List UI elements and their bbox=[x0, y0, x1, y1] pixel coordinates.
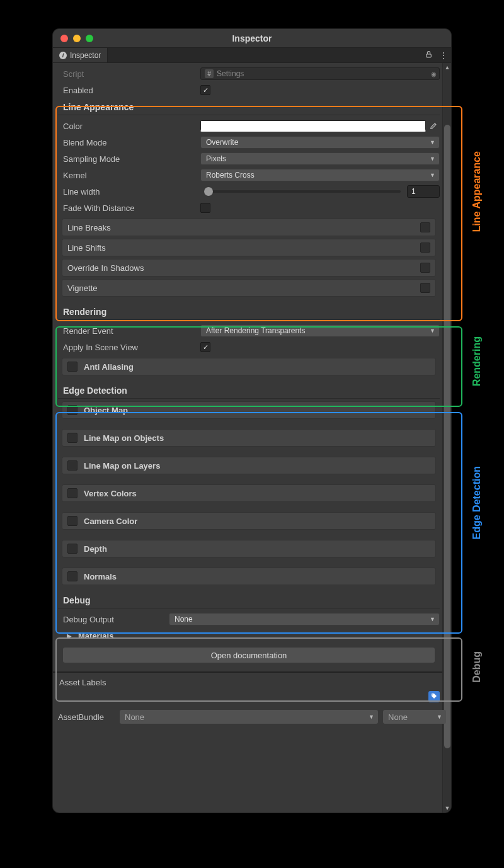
script-asset-icon: # bbox=[205, 69, 214, 78]
line-width-slider[interactable] bbox=[204, 190, 401, 193]
color-field[interactable] bbox=[200, 120, 426, 132]
script-label: Script bbox=[58, 69, 197, 79]
color-label: Color bbox=[58, 122, 197, 131]
blend-mode-label: Blend Mode bbox=[58, 138, 197, 147]
open-documentation-button[interactable]: Open documentation bbox=[63, 648, 435, 663]
foldout-normals[interactable]: Normals bbox=[62, 568, 436, 585]
kernel-row: Kernel Roberts Cross ▼ bbox=[58, 167, 440, 183]
normals-checkbox[interactable] bbox=[67, 571, 77, 581]
vertex-colors-checkbox[interactable] bbox=[67, 488, 77, 498]
asset-label-tag-row bbox=[53, 691, 451, 707]
apply-scene-checkbox[interactable]: ✓ bbox=[200, 342, 210, 352]
fade-row: Fade With Distance bbox=[58, 200, 440, 216]
lock-icon[interactable] bbox=[425, 50, 433, 60]
info-icon: i bbox=[59, 52, 67, 59]
camera-color-checkbox[interactable] bbox=[67, 516, 77, 526]
eyedropper-icon[interactable] bbox=[428, 121, 440, 132]
foldout-arrow-icon: ▶ bbox=[67, 632, 72, 639]
line-map-objects-checkbox[interactable] bbox=[67, 433, 77, 443]
line-width-row: Line width 1 bbox=[58, 183, 440, 200]
foldout-depth[interactable]: Depth bbox=[62, 540, 436, 557]
chevron-down-icon: ▼ bbox=[369, 714, 374, 720]
vignette-checkbox[interactable] bbox=[420, 283, 430, 293]
section-debug: Debug bbox=[58, 591, 440, 608]
highlight-label-edge-detection: Edge Detection bbox=[471, 466, 483, 539]
asset-label-tag-icon[interactable] bbox=[428, 691, 440, 702]
window-title: Inspector bbox=[53, 33, 451, 43]
anti-aliasing-checkbox[interactable] bbox=[67, 362, 77, 372]
svg-rect-0 bbox=[427, 54, 432, 57]
sampling-mode-row: Sampling Mode Pixels ▼ bbox=[58, 151, 440, 167]
render-event-label: Render Event bbox=[58, 326, 197, 336]
foldout-object-map[interactable]: Object Map bbox=[62, 401, 436, 419]
object-picker-icon[interactable]: ◉ bbox=[431, 71, 437, 77]
line-map-layers-checkbox[interactable] bbox=[67, 460, 77, 471]
script-row: Script # Settings ◉ bbox=[58, 66, 440, 82]
line-width-input[interactable]: 1 bbox=[407, 185, 440, 198]
tab-bar: i Inspector ⋮ bbox=[53, 48, 451, 63]
asset-bundle-row: AssetBundle None ▼ None ▼ bbox=[53, 707, 451, 730]
tab-label: Inspector bbox=[70, 51, 101, 60]
inspector-window: Inspector i Inspector ⋮ ▲ ▼ Script bbox=[53, 29, 451, 813]
render-event-dropdown[interactable]: After Rendering Transparents ▼ bbox=[200, 324, 440, 337]
enabled-row: Enabled ✓ bbox=[58, 82, 440, 98]
chevron-down-icon: ▼ bbox=[430, 328, 435, 334]
scrollbar[interactable]: ▲ ▼ bbox=[442, 63, 451, 813]
enabled-label: Enabled bbox=[58, 86, 197, 95]
asset-labels-header: Asset Labels bbox=[53, 673, 451, 691]
apply-scene-label: Apply In Scene View bbox=[58, 343, 197, 352]
inspector-content: ▲ ▼ Script # Settings ◉ Enabled bbox=[53, 63, 451, 813]
chevron-down-icon: ▼ bbox=[430, 156, 435, 162]
scroll-down-arrow-icon[interactable]: ▼ bbox=[443, 804, 451, 813]
asset-bundle-main-dropdown[interactable]: None ▼ bbox=[120, 710, 378, 724]
line-width-label: Line width bbox=[58, 187, 197, 197]
fade-label: Fade With Distance bbox=[58, 203, 197, 213]
chevron-down-icon: ▼ bbox=[430, 139, 435, 146]
foldout-vertex-colors[interactable]: Vertex Colors bbox=[62, 484, 436, 502]
override-shadows-checkbox[interactable] bbox=[420, 263, 430, 273]
enabled-checkbox[interactable]: ✓ bbox=[200, 85, 210, 95]
chevron-down-icon: ▼ bbox=[430, 172, 435, 178]
highlight-label-line-appearance: Line Appearance bbox=[471, 151, 483, 232]
apply-scene-row: Apply In Scene View ✓ bbox=[58, 339, 440, 355]
object-map-checkbox[interactable] bbox=[67, 405, 77, 415]
sampling-mode-label: Sampling Mode bbox=[58, 154, 197, 164]
scroll-thumb[interactable] bbox=[444, 125, 450, 748]
script-field[interactable]: # Settings ◉ bbox=[200, 67, 440, 80]
sampling-mode-dropdown[interactable]: Pixels ▼ bbox=[200, 152, 440, 165]
asset-bundle-label: AssetBundle bbox=[58, 712, 115, 722]
blend-mode-row: Blend Mode Overwrite ▼ bbox=[58, 134, 440, 151]
debug-output-row: Debug Output None ▼ bbox=[58, 611, 440, 627]
line-breaks-checkbox[interactable] bbox=[420, 222, 430, 232]
foldout-line-map-layers[interactable]: Line Map on Layers bbox=[62, 457, 436, 474]
foldout-vignette[interactable]: Vignette bbox=[62, 279, 436, 297]
kernel-dropdown[interactable]: Roberts Cross ▼ bbox=[200, 169, 440, 181]
kebab-menu-icon[interactable]: ⋮ bbox=[439, 50, 447, 60]
depth-checkbox[interactable] bbox=[67, 544, 77, 554]
foldout-camera-color[interactable]: Camera Color bbox=[62, 512, 436, 530]
blend-mode-dropdown[interactable]: Overwrite ▼ bbox=[200, 136, 440, 149]
fade-checkbox[interactable] bbox=[200, 203, 210, 213]
scroll-up-arrow-icon[interactable]: ▲ bbox=[443, 63, 451, 72]
asset-bundle-variant-dropdown[interactable]: None ▼ bbox=[383, 710, 446, 724]
color-row: Color bbox=[58, 118, 440, 134]
chevron-down-icon: ▼ bbox=[430, 616, 435, 622]
foldout-anti-aliasing[interactable]: Anti Aliasing bbox=[62, 358, 436, 375]
materials-row[interactable]: ▶ Materials bbox=[58, 627, 440, 644]
debug-output-dropdown[interactable]: None ▼ bbox=[169, 613, 440, 625]
highlight-label-rendering: Rendering bbox=[471, 336, 483, 386]
materials-label: Materials bbox=[78, 631, 113, 641]
titlebar: Inspector bbox=[53, 29, 451, 48]
tab-inspector[interactable]: i Inspector bbox=[53, 48, 108, 62]
slider-thumb[interactable] bbox=[204, 187, 213, 196]
render-event-row: Render Event After Rendering Transparent… bbox=[58, 323, 440, 339]
line-shifts-checkbox[interactable] bbox=[420, 243, 430, 253]
foldout-override-shadows[interactable]: Override In Shadows bbox=[62, 259, 436, 277]
foldout-line-map-objects[interactable]: Line Map on Objects bbox=[62, 429, 436, 447]
section-edge-detection: Edge Detection bbox=[58, 382, 440, 399]
script-value: Settings bbox=[217, 69, 244, 78]
foldout-line-breaks[interactable]: Line Breaks bbox=[62, 219, 436, 236]
foldout-line-shifts[interactable]: Line Shifts bbox=[62, 239, 436, 256]
kernel-label: Kernel bbox=[58, 171, 197, 180]
debug-output-label: Debug Output bbox=[58, 615, 165, 624]
